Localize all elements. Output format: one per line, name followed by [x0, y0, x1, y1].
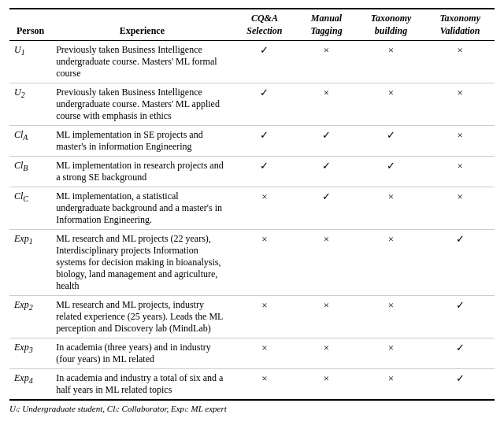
cell-cqa: ✓ [232, 83, 296, 126]
cell-person: Exp2 [9, 296, 51, 338]
header-taxonomy-val: TaxonomyValidation [425, 9, 495, 41]
cell-cqa: ✓ [232, 157, 296, 187]
cell-taxonomy-build: × [357, 41, 426, 83]
cell-taxonomy-val: × [425, 126, 495, 157]
table-row: Exp4 In academia and industry a total of… [9, 369, 495, 401]
cell-manual: ✓ [296, 187, 356, 230]
cell-person: Exp3 [9, 338, 51, 369]
cell-manual: × [296, 296, 356, 338]
cell-person: ClC [9, 187, 51, 230]
cell-experience: ML implementation in research projects a… [51, 157, 232, 187]
cell-experience: In academia and industry a total of six … [51, 369, 232, 401]
cell-taxonomy-val: ✓ [425, 296, 495, 338]
header-cqa: CQ&ASelection [232, 9, 296, 41]
table-row: U2 Previously taken Business Intelligenc… [9, 83, 495, 126]
cell-taxonomy-build: ✓ [357, 157, 426, 187]
cell-manual: × [296, 338, 356, 369]
cell-taxonomy-build: × [357, 230, 426, 296]
cell-taxonomy-val: × [425, 41, 495, 83]
cell-taxonomy-build: ✓ [357, 126, 426, 157]
cell-person: ClB [9, 157, 51, 187]
cell-taxonomy-val: × [425, 83, 495, 126]
cell-taxonomy-val: ✓ [425, 338, 495, 369]
cell-taxonomy-val: ✓ [425, 230, 495, 296]
cell-cqa: × [232, 338, 296, 369]
cell-experience: Previously taken Business Intelligence u… [51, 83, 232, 126]
cell-experience: Previously taken Business Intelligence u… [51, 41, 232, 83]
header-experience: Experience [51, 9, 232, 41]
cell-cqa: × [232, 230, 296, 296]
table-row: ClC ML implementation, a statistical und… [9, 187, 495, 230]
cell-taxonomy-build: × [357, 296, 426, 338]
cell-taxonomy-val: × [425, 187, 495, 230]
cell-taxonomy-val: × [425, 157, 495, 187]
cell-cqa: ✓ [232, 41, 296, 83]
cell-cqa: × [232, 296, 296, 338]
table-row: ClB ML implementation in research projec… [9, 157, 495, 187]
cell-manual: ✓ [296, 157, 356, 187]
cell-taxonomy-build: × [357, 83, 426, 126]
cell-person: U1 [9, 41, 51, 83]
cell-person: ClA [9, 126, 51, 157]
cell-manual: × [296, 369, 356, 401]
header-manual: ManualTagging [296, 9, 356, 41]
cell-taxonomy-build: × [357, 369, 426, 401]
header-taxonomy-build: Taxonomybuilding [357, 9, 426, 41]
cell-manual: × [296, 230, 356, 296]
cell-person: Exp4 [9, 369, 51, 401]
cell-person: Exp1 [9, 230, 51, 296]
table-row: Exp1 ML research and ML projects (22 yea… [9, 230, 495, 296]
cell-experience: ML research and ML projects (22 years), … [51, 230, 232, 296]
cell-experience: ML implementation, a statistical undergr… [51, 187, 232, 230]
cell-experience: In academia (three years) and in industr… [51, 338, 232, 369]
cell-manual: × [296, 83, 356, 126]
cell-taxonomy-build: × [357, 338, 426, 369]
cell-experience: ML implementation in SE projects and mas… [51, 126, 232, 157]
cell-cqa: ✓ [232, 126, 296, 157]
cell-cqa: × [232, 187, 296, 230]
table-row: Exp2 ML research and ML projects, indust… [9, 296, 495, 338]
header-person: Person [9, 9, 51, 41]
cell-taxonomy-build: × [357, 187, 426, 230]
cell-cqa: × [232, 369, 296, 401]
table-row: Exp3 In academia (three years) and in in… [9, 338, 495, 369]
cell-taxonomy-val: ✓ [425, 369, 495, 401]
table-row: U1 Previously taken Business Intelligenc… [9, 41, 495, 83]
cell-person: U2 [9, 83, 51, 126]
table-footnote: Uᵢ: Undergraduate student, Clᵢ: Collabor… [9, 404, 495, 414]
cell-manual: ✓ [296, 126, 356, 157]
table-row: ClA ML implementation in SE projects and… [9, 126, 495, 157]
cell-experience: ML research and ML projects, industry re… [51, 296, 232, 338]
cell-manual: × [296, 41, 356, 83]
